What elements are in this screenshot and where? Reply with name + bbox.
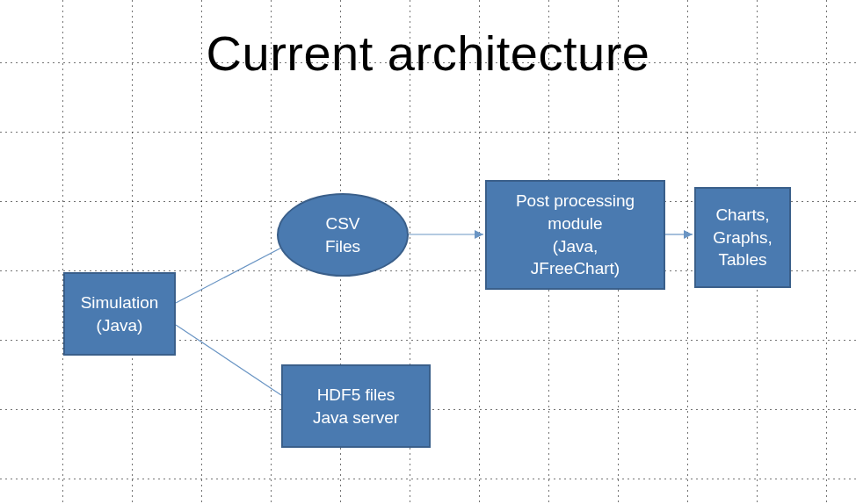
node-simulation-label: Simulation (Java) <box>81 292 159 336</box>
node-output: Charts, Graphs, Tables <box>694 187 791 288</box>
node-post-processing-label: Post processing module (Java, JFreeChart… <box>516 190 635 280</box>
node-simulation: Simulation (Java) <box>63 272 176 356</box>
node-hdf5: HDF5 files Java server <box>281 364 431 448</box>
node-post-processing: Post processing module (Java, JFreeChart… <box>485 180 665 290</box>
arrowhead-csv-to-post <box>475 230 483 239</box>
diagram-title: Current architecture <box>0 25 856 82</box>
node-output-label: Charts, Graphs, Tables <box>713 204 773 271</box>
edge-simulation-to-csv <box>176 244 288 303</box>
edge-simulation-to-hdf5 <box>176 325 281 395</box>
node-csv: CSV Files <box>277 193 409 277</box>
node-hdf5-label: HDF5 files Java server <box>313 384 399 428</box>
node-csv-label: CSV Files <box>325 212 360 257</box>
arrowhead-post-to-output <box>684 230 693 239</box>
